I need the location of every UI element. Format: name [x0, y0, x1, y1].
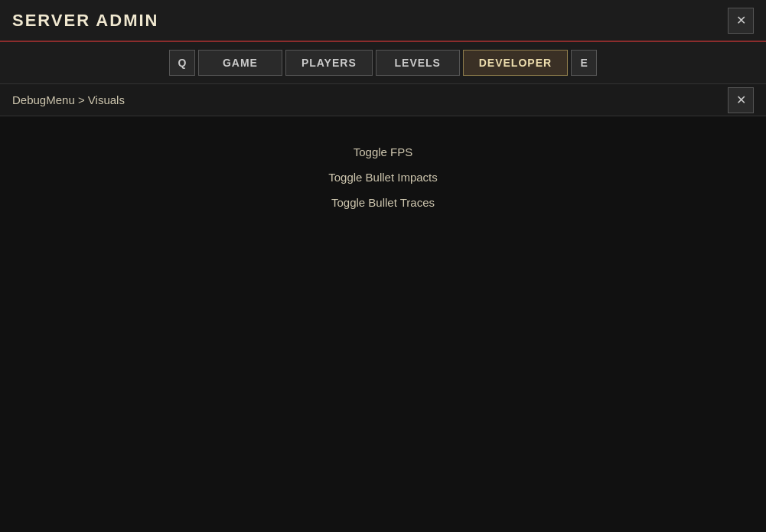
menu-item-toggle-fps[interactable]: Toggle FPS	[338, 139, 429, 165]
tab-game[interactable]: GAME	[198, 50, 282, 76]
breadcrumb-close-button[interactable]: ✕	[728, 87, 754, 113]
breadcrumb: DebugMenu > Visuals	[12, 93, 125, 106]
e-key-button[interactable]: E	[571, 50, 597, 76]
tab-levels[interactable]: LEVELS	[376, 50, 460, 76]
tabs-bar: Q GAME PLAYERS LEVELS DEVELOPER E	[0, 42, 766, 84]
app-container: SERVER ADMIN ✕ Q GAME PLAYERS LEVELS DEV…	[0, 0, 766, 532]
tab-players[interactable]: PLAYERS	[285, 50, 373, 76]
header-close-button[interactable]: ✕	[728, 8, 754, 34]
menu-item-toggle-bullet-impacts[interactable]: Toggle Bullet Impacts	[313, 165, 453, 190]
q-key-button[interactable]: Q	[169, 50, 195, 76]
breadcrumb-bar: DebugMenu > Visuals ✕	[0, 84, 766, 116]
tab-developer[interactable]: DEVELOPER	[463, 50, 568, 76]
content-area: Toggle FPS Toggle Bullet Impacts Toggle …	[0, 116, 766, 532]
menu-item-toggle-bullet-traces[interactable]: Toggle Bullet Traces	[316, 190, 450, 215]
header-title: SERVER ADMIN	[12, 11, 158, 31]
header: SERVER ADMIN ✕	[0, 0, 766, 42]
